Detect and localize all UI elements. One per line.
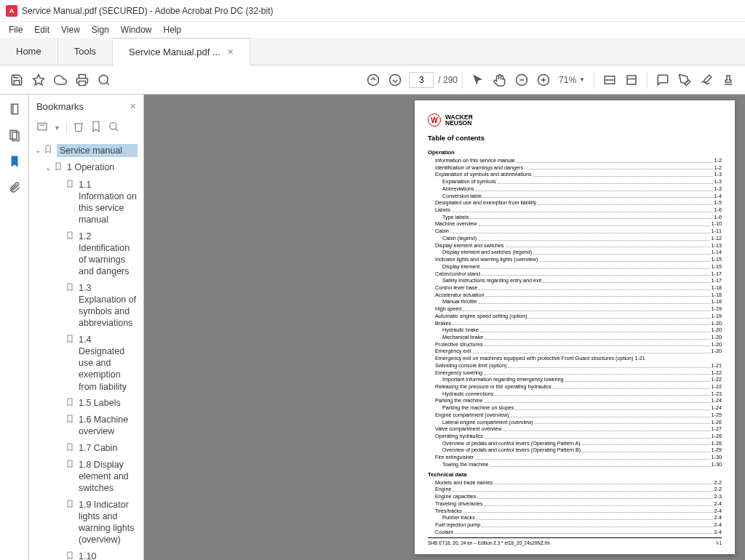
bookmarks-panel: Bookmarks × ▼ ⌄Service manual⌄1 Operatio… — [29, 95, 144, 560]
bookmarks-tree[interactable]: ⌄Service manual⌄1 Operation1.1 Informati… — [29, 140, 143, 560]
zoom-out-icon[interactable] — [511, 69, 533, 91]
document-area[interactable]: W WACKERNEUSON Table of contents Operati… — [144, 95, 745, 560]
app-icon: A — [6, 5, 17, 17]
bookmark-delete-icon[interactable] — [73, 121, 84, 135]
brand-text: WACKERNEUSON — [445, 114, 473, 127]
bookmark-item[interactable]: ⌄1 Operation — [32, 159, 140, 176]
bookmark-find-icon[interactable] — [108, 121, 119, 135]
tabbar: Home Tools Service Manual.pdf ... × — [0, 38, 745, 65]
pointer-icon[interactable] — [467, 69, 489, 91]
menubar: File Edit View Sign Window Help — [0, 22, 745, 38]
fit-width-icon[interactable] — [599, 69, 621, 91]
bookmark-item[interactable]: 1.7 Cabin — [32, 440, 140, 457]
tab-document-label: Service Manual.pdf ... — [129, 47, 220, 57]
brand-logo-icon: W — [428, 113, 441, 127]
bookmarks-title: Bookmarks — [36, 101, 84, 112]
pages-icon[interactable] — [7, 128, 22, 143]
bookmark-item[interactable]: ⌄Service manual — [32, 142, 140, 159]
window-title: Service Manual.pdf (SECURED) - Adobe Acr… — [22, 6, 273, 16]
menu-file[interactable]: File — [3, 23, 28, 36]
bookmark-item[interactable]: 1.2 Identification of warnings and dange… — [32, 228, 140, 280]
bookmark-item[interactable]: 1.1 Information on this service manual — [32, 177, 140, 228]
bookmark-item[interactable]: 1.10 Cabin/control stand — [32, 548, 140, 561]
bookmark-new-icon[interactable] — [90, 121, 102, 135]
page-footer-right: I-1 — [716, 540, 722, 545]
menu-sign[interactable]: Sign — [86, 23, 115, 36]
svg-line-3 — [106, 82, 108, 84]
bookmark-options-icon[interactable] — [36, 121, 48, 135]
toc-heading: Table of contents — [428, 134, 722, 142]
bookmarks-tools: ▼ — [29, 118, 143, 140]
svg-point-20 — [110, 123, 116, 129]
sign-icon[interactable] — [696, 69, 717, 91]
toc-content: OperationInformation on this service man… — [428, 149, 722, 535]
zoom-in-icon[interactable] — [533, 69, 554, 91]
menu-help[interactable]: Help — [158, 23, 188, 36]
tab-document[interactable]: Service Manual.pdf ... × — [113, 38, 250, 65]
svg-rect-1 — [79, 81, 86, 85]
menu-window[interactable]: Window — [115, 23, 158, 36]
stamp-icon[interactable] — [717, 69, 739, 91]
svg-rect-13 — [627, 76, 636, 84]
print-icon[interactable] — [71, 69, 93, 91]
page-number-input[interactable] — [409, 72, 434, 88]
cloud-icon[interactable] — [49, 69, 71, 91]
svg-point-2 — [99, 75, 108, 84]
bookmarks-icon[interactable] — [7, 154, 22, 169]
attachments-icon[interactable] — [7, 180, 22, 195]
svg-marker-0 — [33, 74, 44, 84]
highlight-icon[interactable] — [674, 69, 696, 91]
zoom-level[interactable]: 71% ▼ — [559, 75, 585, 85]
left-sidebar — [0, 95, 29, 560]
menu-edit[interactable]: Edit — [28, 23, 55, 36]
tab-home[interactable]: Home — [0, 38, 58, 65]
bookmark-item[interactable]: 1.6 Machine overview — [32, 412, 140, 440]
bookmark-item[interactable]: 1.3 Explanation of symbols and abbreviat… — [32, 280, 140, 332]
thumbnails-icon[interactable] — [7, 102, 22, 116]
svg-rect-18 — [38, 123, 47, 129]
svg-line-21 — [116, 129, 118, 131]
bookmarks-close-icon[interactable]: × — [130, 100, 136, 112]
tab-tools[interactable]: Tools — [58, 38, 113, 65]
save-icon[interactable] — [6, 69, 28, 91]
hand-icon[interactable] — [489, 69, 511, 91]
bookmark-item[interactable]: 1.8 Display element and switches — [32, 457, 140, 497]
tab-close-icon[interactable]: × — [228, 46, 234, 57]
menu-view[interactable]: View — [55, 23, 86, 36]
page-view-icon[interactable] — [621, 69, 642, 91]
star-icon[interactable] — [28, 69, 49, 91]
search-icon[interactable] — [93, 69, 115, 91]
svg-rect-15 — [11, 104, 17, 114]
comment-icon[interactable] — [652, 69, 674, 91]
bookmark-item[interactable]: 1.4 Designated use and exemption from li… — [32, 332, 140, 395]
svg-point-4 — [368, 74, 379, 85]
page-up-icon[interactable] — [362, 69, 384, 91]
bookmark-item[interactable]: 1.9 Indicator lights and warning lights … — [32, 497, 140, 548]
pdf-page: W WACKERNEUSON Table of contents Operati… — [415, 100, 735, 554]
page-footer-left: SHB ET18, 20, 24 en – Edition 2.3 * et18… — [428, 540, 550, 545]
svg-point-5 — [390, 74, 401, 85]
page-count: / 290 — [438, 75, 458, 85]
toolbar: / 290 71% ▼ — [0, 65, 745, 95]
page-down-icon[interactable] — [384, 69, 406, 91]
bookmark-item[interactable]: 1.5 Labels — [32, 395, 140, 412]
